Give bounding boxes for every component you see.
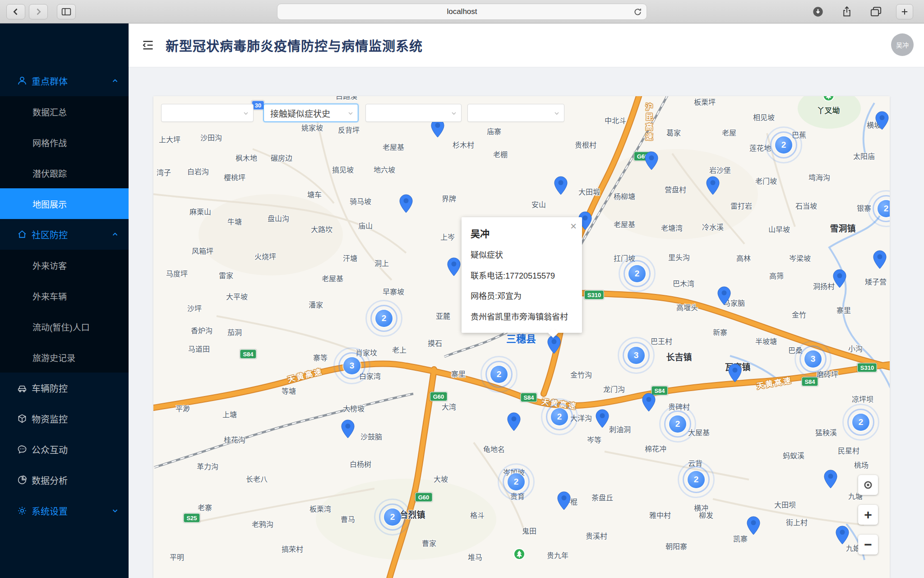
sidebar-toggle-button[interactable] [57, 4, 76, 19]
road-shield: S84 [520, 393, 537, 402]
map-marker-pin[interactable] [836, 526, 849, 545]
map-marker-pin[interactable] [873, 250, 887, 269]
sidebar-subitem-grid-operations[interactable]: 网格作战 [0, 127, 129, 158]
map-marker-pin[interactable] [341, 420, 355, 438]
map-marker-pin[interactable] [833, 269, 846, 288]
sidebar-subitem-foreign-vehicles[interactable]: 外来车辆 [0, 280, 129, 311]
avatar[interactable]: 吴冲 [891, 33, 914, 56]
village-label: 杉木村 [453, 139, 474, 150]
sidebar-item-label: 数据分析 [32, 474, 68, 487]
map-marker-pin[interactable] [554, 176, 568, 195]
app-header: 新型冠状病毒肺炎疫情防控与病情监测系统 吴冲 [129, 23, 924, 67]
town-label: 雪洞镇 [830, 222, 855, 234]
map-marker-pin[interactable] [717, 286, 731, 305]
sidebar-subitem-floating-population[interactable]: 流动(暂住)人口 [0, 311, 129, 342]
sidebar-subitem-map-display[interactable]: 地图展示 [0, 188, 129, 219]
map-cluster-marker[interactable]: 2 [688, 471, 705, 488]
map-marker-pin[interactable] [447, 257, 461, 276]
map-marker-pin[interactable] [399, 194, 413, 213]
tab-overview-button[interactable] [867, 4, 884, 19]
cluster-count: 2 [382, 313, 387, 323]
map-cluster-marker[interactable]: 2 [669, 415, 686, 433]
filter-select-4[interactable] [467, 104, 564, 122]
map-cluster-marker[interactable]: 2 [490, 366, 508, 383]
close-icon[interactable]: × [570, 221, 577, 232]
share-button[interactable] [838, 4, 855, 19]
sidebar-item-supplies-monitor[interactable]: 物资监控 [0, 403, 129, 434]
back-button[interactable] [6, 4, 25, 19]
menu-fold-icon[interactable] [141, 38, 155, 52]
map-canvas[interactable]: 白路溪姚家坡反背坪庙寨板栗坪相见坡横坡巴蕉莲花地老屋葛家中北斗太阳庙上大坪沙田沟… [153, 96, 890, 578]
browser-toolbar: localhost [0, 0, 924, 23]
sidebar-icon [61, 8, 71, 16]
sidebar-item-key-groups[interactable]: 重点群体 [0, 65, 129, 96]
map-marker-pin[interactable] [747, 516, 760, 535]
map-cluster-marker[interactable]: 2 [375, 310, 393, 327]
map-marker-pin[interactable] [824, 470, 837, 489]
pie-icon [17, 475, 27, 485]
new-tab-button[interactable] [896, 4, 913, 19]
address-bar[interactable]: localhost [277, 4, 647, 20]
village-label: 岩沙堡 [709, 164, 731, 175]
sidebar-item-community-control[interactable]: 社区防控 [0, 219, 129, 250]
zoom-in-button[interactable]: + [858, 505, 878, 525]
village-label: 民星村 [838, 445, 859, 456]
village-label: 格斗 [470, 509, 485, 520]
chevron-down-icon [111, 507, 119, 514]
map-marker-pin[interactable] [728, 364, 742, 382]
village-label: 马度坪 [166, 268, 188, 279]
sidebar-item-data-analysis[interactable]: 数据分析 [0, 465, 129, 495]
map-marker-pin[interactable] [507, 412, 521, 431]
filter-select-1[interactable] [161, 104, 254, 122]
village-label: 茶盘丘 [591, 492, 613, 503]
village-label: 山早坡 [768, 224, 790, 234]
forward-button[interactable] [29, 4, 48, 19]
map-cluster-marker[interactable]: 2 [551, 408, 568, 425]
sidebar-subitem-latent-tracking[interactable]: 潜伏跟踪 [0, 158, 129, 188]
cluster-count: 2 [694, 475, 699, 485]
filter-select-2[interactable]: 接触疑似症状史 [263, 104, 358, 122]
map-marker-pin[interactable] [645, 151, 658, 170]
map-cluster-marker[interactable]: 2 [628, 265, 646, 282]
village-label: 香炉沟 [191, 325, 213, 336]
map-cluster-marker[interactable]: 2 [775, 136, 792, 154]
village-label: 老屋基 [383, 141, 404, 152]
village-label: 岑等 [587, 434, 601, 445]
sidebar-item-system-settings[interactable]: 系统设置 [0, 495, 129, 526]
marker-infowindow: × 吴冲 疑似症状 联系电话:17720515579 网格员:邓宜为 贵州省凯里… [462, 217, 582, 333]
url-text: localhost [447, 7, 477, 16]
village-label: 安山 [531, 199, 546, 210]
tabs-icon [870, 6, 882, 17]
map-cluster-marker[interactable]: 2 [878, 200, 890, 217]
sidebar-subitem-travel-history[interactable]: 旅游史记录 [0, 342, 129, 373]
map-cluster-marker[interactable]: 3 [343, 357, 360, 374]
map-cluster-marker[interactable]: 3 [628, 347, 645, 364]
sidebar-subitem-visitors[interactable]: 外来访客 [0, 250, 129, 280]
village-label: 柳发 [699, 509, 713, 520]
refresh-icon[interactable] [633, 8, 642, 19]
map-marker-pin[interactable] [875, 111, 889, 130]
zoom-out-button[interactable]: − [858, 535, 878, 555]
map-cluster-marker[interactable]: 3 [804, 350, 822, 368]
village-label: 龙门沟 [603, 383, 625, 394]
village-label: 雅中村 [649, 509, 671, 520]
sidebar-item-vehicle-control[interactable]: 车辆防控 [0, 373, 129, 403]
map-cluster-marker[interactable]: 2 [508, 473, 525, 490]
map-cluster-marker[interactable]: 2 [384, 508, 401, 526]
map-marker-pin[interactable] [642, 393, 656, 412]
map-marker-pin[interactable] [596, 409, 609, 428]
map-cluster-marker[interactable]: 2 [852, 414, 869, 431]
locate-button[interactable] [858, 475, 878, 495]
village-label: 矮子营 [865, 276, 887, 287]
sidebar-item-public-interaction[interactable]: 公众互动 [0, 434, 129, 465]
map-marker-pin[interactable] [547, 335, 561, 354]
village-label: 沙坪 [187, 303, 202, 313]
filter-select-3[interactable] [365, 104, 462, 122]
village-label: 寨等 [313, 352, 328, 363]
map-marker-pin[interactable] [557, 491, 571, 510]
sidebar-subitem-data-summary[interactable]: 数据汇总 [0, 96, 129, 127]
village-label: 桂花沟 [224, 434, 245, 445]
downloads-button[interactable] [809, 4, 827, 19]
map-marker-pin[interactable] [706, 176, 720, 195]
village-label: 老寨 [198, 502, 212, 513]
